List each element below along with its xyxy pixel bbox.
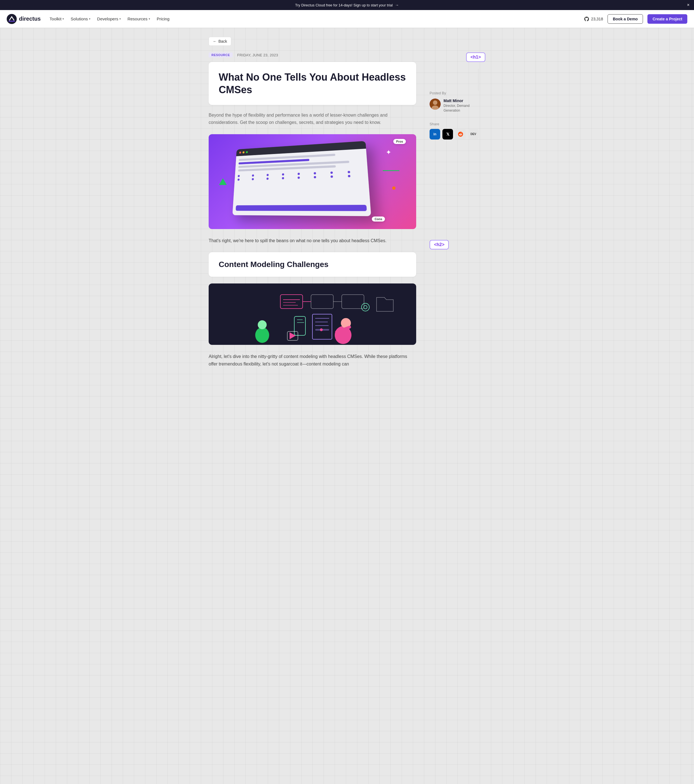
meta-row: RESOURCE FRIDAY, JUNE 23, 2023 [209, 53, 416, 58]
cms-dot [252, 175, 254, 176]
chevron-down-icon: ▾ [149, 17, 150, 20]
author-row: Matt Minor Director, Demand Generation [429, 99, 485, 113]
cms-dot [238, 179, 240, 181]
github-badge[interactable]: 23,318 [584, 16, 603, 22]
author-avatar [429, 99, 441, 110]
article-body-text-1: That's right, we're here to spill the be… [209, 237, 416, 244]
share-icons: in 𝕏 DEV [429, 129, 485, 140]
cms-dot [348, 175, 350, 178]
navbar: directus Toolkit ▾ Solutions ▾ Developer… [0, 10, 694, 28]
main-column: RESOURCE FRIDAY, JUNE 23, 2023 What No O… [209, 53, 416, 368]
h1-indicator: <h1> [466, 53, 485, 62]
nav-actions: 23,318 Book a Demo Create a Project [584, 14, 687, 24]
nav-item-developers[interactable]: Developers ▾ [97, 16, 121, 21]
posted-by-label: Posted By [429, 91, 485, 95]
window-dot-yellow [243, 151, 245, 153]
share-dev-button[interactable]: DEV [468, 129, 479, 140]
pros-label: Pros [393, 139, 406, 144]
share-x-button[interactable]: 𝕏 [442, 129, 453, 140]
cms-dot [266, 174, 269, 176]
back-row: ← Back [202, 37, 492, 46]
banner-text: Try Directus Cloud free for 14-days! Sig… [295, 3, 393, 7]
book-demo-button[interactable]: Book a Demo [607, 14, 643, 24]
cms-dot [238, 175, 240, 177]
reddit-icon [458, 132, 463, 137]
window-dot-green [246, 151, 248, 153]
author-title: Director, Demand Generation [444, 104, 485, 113]
author-info: Matt Minor Director, Demand Generation [444, 99, 485, 113]
resource-badge: RESOURCE [209, 53, 233, 58]
green-line-icon [383, 170, 400, 171]
cms-dot [252, 178, 254, 180]
chevron-down-icon: ▾ [62, 17, 64, 20]
logo-text: directus [19, 16, 41, 22]
cms-dot [298, 173, 300, 175]
cms-dot [298, 176, 300, 179]
triangle-icon [219, 178, 227, 185]
article-date: FRIDAY, JUNE 23, 2023 [237, 53, 278, 57]
svg-point-20 [320, 328, 323, 331]
cms-dot [331, 176, 333, 178]
h2-indicator-area: <h2> [429, 240, 485, 256]
back-arrow-icon: ← [213, 39, 217, 43]
nav-item-toolkit[interactable]: Toolkit ▾ [49, 16, 64, 21]
star-icon: ✦ [386, 148, 391, 156]
sidebar-top-section: <h1> [429, 53, 485, 91]
share-linkedin-button[interactable]: in [429, 129, 440, 140]
cms-dot [266, 178, 269, 180]
article-subtitle: Beyond the hype of flexibility and perfo… [209, 112, 416, 127]
sidebar-column: <h1> Posted By Matt Minor [429, 53, 485, 256]
nav-item-resources[interactable]: Resources ▾ [127, 16, 150, 21]
github-icon [584, 16, 589, 22]
cms-dots-grid [238, 170, 364, 181]
back-button[interactable]: ← Back [209, 37, 231, 46]
create-project-button[interactable]: Create a Project [648, 14, 687, 24]
cms-dot [331, 171, 333, 173]
content-modeling-illustration [209, 283, 416, 345]
svg-point-0 [7, 14, 17, 24]
svg-point-2 [255, 327, 269, 343]
hero-image: ✦ ✦ [209, 134, 416, 229]
cms-card-mockup [232, 141, 371, 216]
chevron-down-icon: ▾ [119, 17, 121, 20]
share-label: Share [429, 122, 485, 126]
window-dot-red [239, 152, 241, 153]
banner-arrow: → [395, 3, 399, 7]
content-modeling-image [209, 283, 416, 345]
cms-button-bar [236, 205, 367, 211]
section-title: Content Modeling Challenges [219, 260, 406, 269]
orange-dot-icon [392, 186, 396, 190]
nav-links: Toolkit ▾ Solutions ▾ Developers ▾ Resou… [49, 16, 575, 21]
svg-point-3 [258, 320, 266, 329]
share-reddit-button[interactable] [455, 129, 466, 140]
cms-dot [282, 177, 284, 179]
cms-dot [348, 171, 350, 173]
back-label: Back [219, 39, 227, 43]
svg-point-29 [433, 100, 437, 105]
logo-link[interactable]: directus [7, 14, 41, 24]
directus-logo-icon [7, 14, 17, 24]
sidebar-vertical-line [478, 69, 479, 91]
page-background: ← Back RESOURCE FRIDAY, JUNE 23, 2023 Wh… [0, 28, 694, 784]
posted-by-card: Posted By Matt Minor Director, Demand Ge… [429, 91, 485, 113]
article-body-text-2: Alright, let's dive into the nitty-gritt… [209, 352, 416, 368]
chevron-down-icon: ▾ [89, 17, 90, 20]
cms-dot [314, 176, 316, 178]
top-banner: Try Directus Cloud free for 14-days! Sig… [0, 0, 694, 10]
nav-item-solutions[interactable]: Solutions ▾ [71, 16, 90, 21]
h2-indicator: <h2> [429, 240, 449, 249]
cons-label: Cons [372, 216, 385, 222]
banner-close-button[interactable]: × [687, 3, 689, 7]
author-name: Matt Minor [444, 99, 485, 103]
github-count: 23,318 [591, 17, 603, 21]
section-card: Content Modeling Challenges [209, 252, 416, 277]
share-section: Share in 𝕏 DEV [429, 122, 485, 140]
content-wrapper: RESOURCE FRIDAY, JUNE 23, 2023 What No O… [202, 53, 492, 368]
article-title: What No One Tells You About Headless CMS… [219, 71, 406, 96]
cms-dot [282, 173, 284, 176]
title-card: What No One Tells You About Headless CMS… [209, 62, 416, 105]
cms-dot [314, 172, 316, 175]
nav-item-pricing[interactable]: Pricing [157, 16, 169, 21]
